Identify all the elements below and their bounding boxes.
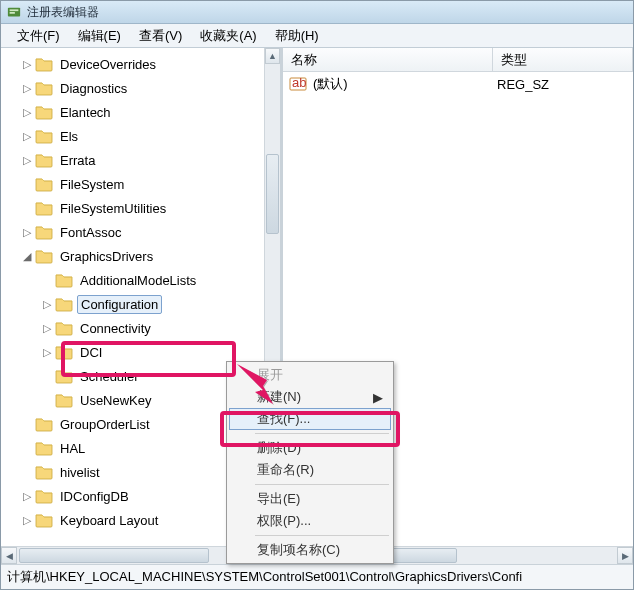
expand-toggle-icon[interactable]: ▷: [41, 298, 53, 311]
expand-toggle-icon[interactable]: ▷: [21, 226, 33, 239]
submenu-arrow-icon: ▶: [373, 390, 383, 405]
tree-item-dci[interactable]: ▷DCI: [1, 340, 264, 364]
menu-file[interactable]: 文件(F): [11, 25, 66, 47]
tree-item-label: Connectivity: [77, 320, 154, 337]
body: ▷DeviceOverrides▷Diagnostics▷Elantech▷El…: [1, 48, 633, 546]
folder-icon: [35, 79, 53, 97]
folder-icon: [35, 487, 53, 505]
tree-item-filesystemutilities[interactable]: FileSystemUtilities: [1, 196, 264, 220]
folder-icon: [55, 367, 73, 385]
tree-item-additionalmodelists[interactable]: AdditionalModeLists: [1, 268, 264, 292]
statusbar: 计算机\HKEY_LOCAL_MACHINE\SYSTEM\ControlSet…: [1, 564, 633, 589]
tree-item-label: Elantech: [57, 104, 114, 121]
expand-toggle-icon[interactable]: ▷: [21, 514, 33, 527]
tree-item-label: hivelist: [57, 464, 103, 481]
hscroll-thumb[interactable]: [19, 548, 209, 563]
folder-icon: [35, 127, 53, 145]
tree-item-label: Scheduler: [77, 368, 142, 385]
svg-rect-1: [10, 9, 19, 11]
folder-icon: [35, 439, 53, 457]
col-name-header[interactable]: 名称: [283, 48, 493, 71]
ctx-sep2: [255, 484, 389, 485]
expand-toggle-icon[interactable]: ▷: [41, 322, 53, 335]
svg-text:ab: ab: [292, 75, 306, 90]
titlebar[interactable]: 注册表编辑器: [1, 1, 633, 24]
ctx-export[interactable]: 导出(E): [229, 488, 391, 510]
tree-item-usenewkey[interactable]: UseNewKey: [1, 388, 264, 412]
list-header: 名称 类型: [283, 48, 633, 72]
list-row[interactable]: ab(默认)REG_SZ: [283, 72, 633, 96]
tree-item-label: Els: [57, 128, 81, 145]
tree-item-diagnostics[interactable]: ▷Diagnostics: [1, 76, 264, 100]
tree-item-keyboard-layout[interactable]: ▷Keyboard Layout: [1, 508, 264, 532]
ctx-sep3: [255, 535, 389, 536]
scroll-thumb[interactable]: [266, 154, 279, 234]
tree-item-hal[interactable]: HAL: [1, 436, 264, 460]
tree-item-label: GraphicsDrivers: [57, 248, 156, 265]
tree-item-label: Configuration: [77, 295, 162, 314]
tree-item-connectivity[interactable]: ▷Connectivity: [1, 316, 264, 340]
ctx-find[interactable]: 查找(F)...: [229, 408, 391, 430]
menu-favorites[interactable]: 收藏夹(A): [194, 25, 262, 47]
expand-toggle-icon[interactable]: ▷: [21, 490, 33, 503]
tree-item-label: AdditionalModeLists: [77, 272, 199, 289]
folder-icon: [35, 151, 53, 169]
tree-item-grouporderlist[interactable]: GroupOrderList: [1, 412, 264, 436]
tree-item-label: UseNewKey: [77, 392, 155, 409]
tree-item-label: DCI: [77, 344, 105, 361]
tree-item-label: Diagnostics: [57, 80, 130, 97]
expand-toggle-icon[interactable]: ▷: [21, 58, 33, 71]
status-path: 计算机\HKEY_LOCAL_MACHINE\SYSTEM\ControlSet…: [7, 569, 522, 584]
context-menu: 展开 新建(N)▶ 查找(F)... 删除(D) 重命名(R) 导出(E) 权限…: [226, 361, 394, 564]
ctx-copykeyname[interactable]: 复制项名称(C): [229, 539, 391, 561]
tree-item-filesystem[interactable]: FileSystem: [1, 172, 264, 196]
expand-toggle-icon[interactable]: ▷: [21, 106, 33, 119]
folder-icon: [55, 319, 73, 337]
tree-item-label: GroupOrderList: [57, 416, 153, 433]
expand-toggle-icon[interactable]: ▷: [21, 82, 33, 95]
col-type-header[interactable]: 类型: [493, 48, 633, 71]
tree-item-hivelist[interactable]: hivelist: [1, 460, 264, 484]
folder-icon: [35, 103, 53, 121]
tree-item-label: FontAssoc: [57, 224, 124, 241]
ctx-expand: 展开: [229, 364, 391, 386]
app-icon: [7, 5, 21, 19]
tree-item-fontassoc[interactable]: ▷FontAssoc: [1, 220, 264, 244]
folder-icon: [35, 415, 53, 433]
folder-icon: [55, 295, 73, 313]
folder-icon: [35, 247, 53, 265]
ctx-delete[interactable]: 删除(D): [229, 437, 391, 459]
menu-help[interactable]: 帮助(H): [269, 25, 325, 47]
expand-toggle-icon[interactable]: ▷: [21, 154, 33, 167]
folder-icon: [35, 175, 53, 193]
tree-item-label: Keyboard Layout: [57, 512, 161, 529]
tree-item-graphicsdrivers[interactable]: ◢GraphicsDrivers: [1, 244, 264, 268]
tree-item-label: HAL: [57, 440, 88, 457]
folder-icon: [35, 463, 53, 481]
tree-item-errata[interactable]: ▷Errata: [1, 148, 264, 172]
tree[interactable]: ▷DeviceOverrides▷Diagnostics▷Elantech▷El…: [1, 48, 264, 546]
expand-toggle-icon[interactable]: ◢: [21, 250, 33, 263]
expand-toggle-icon[interactable]: ▷: [41, 346, 53, 359]
menu-edit[interactable]: 编辑(E): [72, 25, 127, 47]
tree-item-els[interactable]: ▷Els: [1, 124, 264, 148]
hscroll-left-arrow-icon[interactable]: ◀: [1, 547, 17, 564]
tree-item-idconfigdb[interactable]: ▷IDConfigDB: [1, 484, 264, 508]
ctx-rename[interactable]: 重命名(R): [229, 459, 391, 481]
ctx-permissions[interactable]: 权限(P)...: [229, 510, 391, 532]
hscroll2-right-arrow-icon[interactable]: ▶: [617, 547, 633, 564]
menu-view[interactable]: 查看(V): [133, 25, 188, 47]
tree-item-configuration[interactable]: ▷Configuration: [1, 292, 264, 316]
string-value-icon: ab: [289, 75, 307, 93]
tree-item-elantech[interactable]: ▷Elantech: [1, 100, 264, 124]
tree-item-scheduler[interactable]: Scheduler: [1, 364, 264, 388]
scroll-up-arrow-icon[interactable]: ▲: [265, 48, 280, 64]
folder-icon: [35, 199, 53, 217]
tree-item-deviceoverrides[interactable]: ▷DeviceOverrides: [1, 52, 264, 76]
ctx-new[interactable]: 新建(N)▶: [229, 386, 391, 408]
menubar: 文件(F) 编辑(E) 查看(V) 收藏夹(A) 帮助(H): [1, 24, 633, 48]
expand-toggle-icon[interactable]: ▷: [21, 130, 33, 143]
folder-icon: [35, 223, 53, 241]
tree-item-label: FileSystem: [57, 176, 127, 193]
ctx-new-label: 新建(N): [257, 388, 301, 406]
